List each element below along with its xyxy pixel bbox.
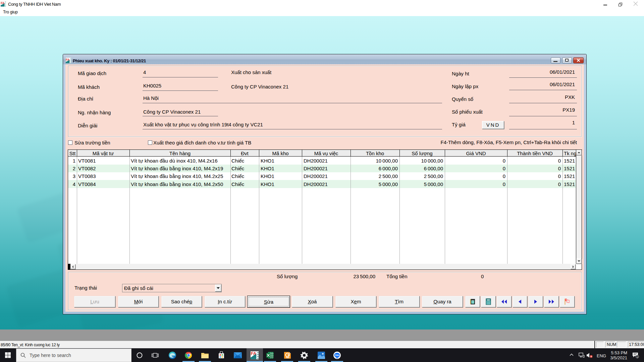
svg-text:FA: FA (251, 351, 256, 356)
svg-text:1: 1 (637, 355, 638, 358)
svg-text:PDF: PDF (286, 357, 289, 359)
svg-text:FA: FA (66, 58, 69, 61)
svg-text:Zalo: Zalo (335, 354, 339, 356)
svg-text:FA: FA (1, 1, 4, 5)
